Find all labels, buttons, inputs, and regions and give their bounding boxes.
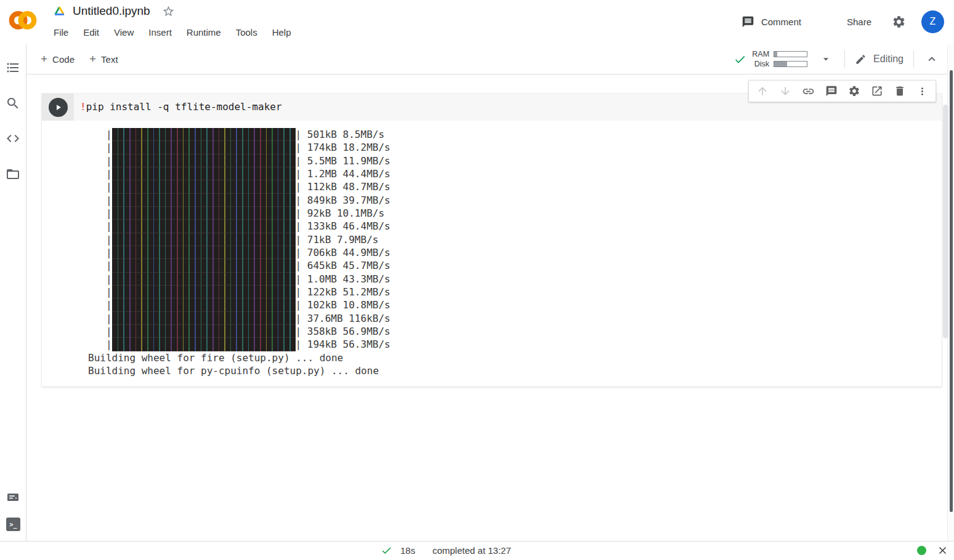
bar-left-pipe: |: [88, 273, 112, 286]
code-text: pip install -q tflite-model-maker: [86, 101, 282, 113]
run-cell-button[interactable]: [49, 98, 68, 117]
chevron-up-icon[interactable]: [925, 52, 939, 66]
divider: [844, 50, 845, 68]
link-icon[interactable]: [802, 85, 815, 98]
disk-bar-fill: [774, 62, 787, 66]
avatar[interactable]: Z: [921, 10, 944, 33]
download-progress-row: || 1.0MB 43.3MB/s: [88, 273, 942, 286]
download-progress-row: || 645kB 45.7MB/s: [88, 259, 942, 272]
table-of-contents-icon[interactable]: [6, 60, 20, 75]
menu-edit[interactable]: Edit: [82, 25, 100, 39]
menu-view[interactable]: View: [113, 25, 135, 39]
check-icon: [381, 545, 392, 556]
download-stats: | 849kB 39.7MB/s: [296, 194, 390, 207]
menu-tools[interactable]: Tools: [235, 25, 259, 39]
google-drive-icon: [53, 5, 66, 17]
bar-left-pipe: |: [88, 207, 112, 220]
avatar-letter: Z: [930, 16, 936, 27]
connection-green-dot: [917, 546, 926, 555]
download-stats: | 1.0MB 43.3MB/s: [296, 273, 390, 286]
files-icon[interactable]: [6, 167, 20, 182]
download-stats: | 1.2MB 44.4MB/s: [296, 167, 390, 180]
share-button[interactable]: Share: [847, 17, 871, 27]
download-stats: | 133kB 46.4MB/s: [296, 220, 390, 233]
colab-app: Untitled0.ipynb FileEditViewInsertRuntim…: [0, 0, 954, 560]
download-stats: | 645kB 45.7MB/s: [296, 259, 390, 272]
star-outline-icon[interactable]: [162, 5, 175, 18]
command-palette-icon[interactable]: [6, 490, 20, 505]
comment-button[interactable]: Comment: [742, 15, 801, 28]
resource-monitor[interactable]: [774, 51, 807, 67]
comment-icon[interactable]: [825, 85, 838, 97]
bar-left-pipe: |: [88, 298, 112, 311]
code-snippets-icon[interactable]: [6, 131, 20, 146]
menu-file[interactable]: File: [52, 25, 70, 39]
download-progress-row: || 102kB 10.8MB/s: [88, 298, 942, 311]
bar-left-pipe: |: [88, 338, 112, 351]
pencil-icon: [855, 54, 867, 65]
bar-left-pipe: |: [88, 233, 112, 246]
code-cell: !pip install -q tflite-model-maker || 50…: [42, 94, 942, 386]
menu-help[interactable]: Help: [271, 25, 293, 39]
progress-bar: [112, 233, 296, 246]
open-in-tab-icon[interactable]: [871, 85, 883, 97]
download-progress-row: || 37.6MB 116kB/s: [88, 312, 942, 325]
ram-usage-bar: [774, 51, 807, 57]
bar-left-pipe: |: [88, 325, 112, 338]
move-down-icon[interactable]: [779, 85, 791, 97]
ram-bar-fill: [774, 52, 777, 57]
settings-icon[interactable]: [848, 85, 860, 97]
download-progress-row: || 133kB 46.4MB/s: [88, 220, 942, 233]
download-stats: | 122kB 51.2MB/s: [296, 286, 390, 298]
comment-label: Comment: [761, 17, 801, 27]
progress-bar: [112, 259, 296, 272]
status-bar: 18s completed at 13:27: [0, 541, 954, 560]
plus-icon: +: [41, 54, 47, 65]
progress-bar: [112, 312, 296, 325]
terminal-icon[interactable]: >_: [6, 518, 20, 531]
progress-bar: [112, 154, 296, 167]
bar-left-pipe: |: [88, 312, 112, 325]
window-scrollbar-thumb[interactable]: [950, 70, 953, 512]
download-progress-row: || 122kB 51.2MB/s: [88, 286, 942, 298]
progress-bar: [112, 298, 296, 311]
move-up-icon[interactable]: [756, 85, 769, 97]
more-vert-icon[interactable]: [916, 86, 928, 97]
bar-left-pipe: |: [88, 128, 112, 141]
output-build-lines: Building wheel for fire (setup.py) ... d…: [88, 351, 942, 378]
cell-gutter: [42, 94, 74, 121]
add-code-button[interactable]: + Code: [41, 54, 75, 65]
bar-left-pipe: |: [88, 154, 112, 167]
download-stats: | 37.6MB 116kB/s: [296, 312, 390, 325]
download-progress-row: || 71kB 7.9MB/s: [88, 233, 942, 246]
download-stats: | 174kB 18.2MB/s: [296, 141, 390, 154]
download-stats: | 706kB 44.9MB/s: [296, 246, 390, 259]
progress-bar: [112, 325, 296, 338]
disk-usage-bar: [774, 61, 807, 67]
disk-label: Disk: [754, 59, 769, 69]
close-icon[interactable]: [937, 545, 948, 556]
menu-insert[interactable]: Insert: [147, 25, 173, 39]
add-text-button[interactable]: + Text: [89, 54, 118, 65]
progress-bar: [112, 194, 296, 207]
completed-text: completed at 13:27: [432, 545, 511, 556]
code-line[interactable]: !pip install -q tflite-model-maker: [74, 94, 282, 121]
progress-bar: [112, 180, 296, 193]
gear-icon[interactable]: [892, 15, 906, 29]
chevron-down-icon[interactable]: [820, 53, 832, 65]
colab-logo[interactable]: [6, 6, 39, 35]
download-progress-row: || 358kB 56.9MB/s: [88, 325, 942, 338]
download-progress-row: || 5.5MB 11.9MB/s: [88, 154, 942, 167]
editing-mode-button[interactable]: Editing: [855, 54, 903, 65]
notebook-scrollbar-thumb[interactable]: [943, 105, 948, 338]
editing-label: Editing: [873, 54, 903, 65]
progress-bar: [112, 338, 296, 351]
progress-bar: [112, 220, 296, 233]
download-progress-row: || 1.2MB 44.4MB/s: [88, 167, 942, 180]
menu-runtime[interactable]: Runtime: [185, 25, 222, 39]
download-progress-row: || 849kB 39.7MB/s: [88, 194, 942, 207]
notebook-title[interactable]: Untitled0.ipynb: [73, 4, 150, 18]
search-icon[interactable]: [6, 96, 20, 111]
download-progress-row: || 501kB 8.5MB/s: [88, 128, 942, 141]
delete-icon[interactable]: [894, 85, 906, 97]
